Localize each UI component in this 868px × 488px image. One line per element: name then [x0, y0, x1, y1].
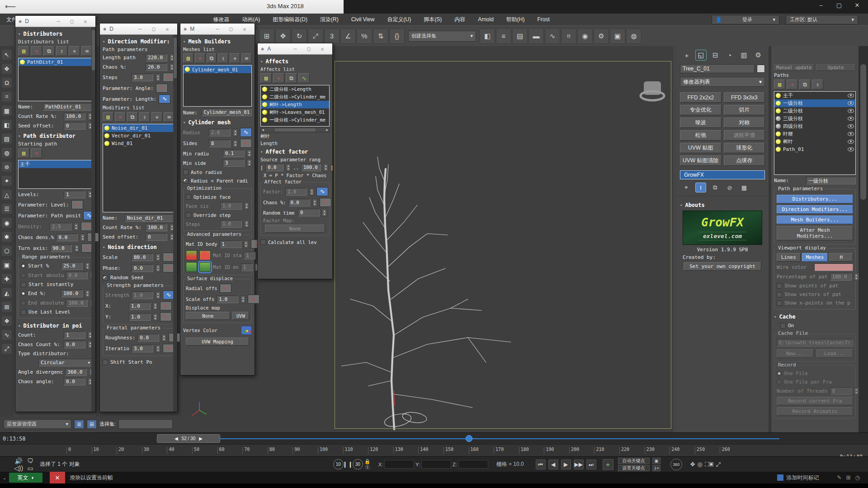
ime-chevron-icon[interactable]: ⌄: [0, 475, 9, 481]
selected-objects-key-icon[interactable]: ▣: [652, 458, 660, 464]
spinner-arrows[interactable]: [156, 264, 160, 272]
spinner-arrows[interactable]: [244, 202, 249, 210]
value-field[interactable]: 360.0: [65, 368, 87, 376]
value-field[interactable]: 0.0: [132, 264, 153, 272]
eye-icon[interactable]: [848, 132, 854, 136]
distributors-list[interactable]: PathDistr_01: [18, 58, 93, 101]
spinner-arrows[interactable]: [247, 150, 252, 157]
affects-hscrollbar[interactable]: ◀▶: [260, 127, 330, 132]
delete-affect-icon[interactable]: ✕: [273, 73, 284, 83]
modifier-button[interactable]: UVW 贴图清除: [680, 155, 722, 166]
material-editor-icon[interactable]: ◉: [577, 28, 593, 44]
value-field[interactable]: 1: [220, 240, 241, 248]
value-field[interactable]: 3.0: [132, 74, 153, 81]
value-field[interactable]: 1.0: [132, 291, 153, 299]
next-frame-icon[interactable]: ▶▶: [574, 460, 584, 469]
zoom-icon[interactable]: ◎: [698, 461, 703, 468]
bulb-icon[interactable]: [776, 124, 781, 129]
update-button[interactable]: Manual update: [774, 64, 814, 71]
menu-item[interactable]: 帮助(H): [500, 14, 531, 25]
instance-item-icon[interactable]: ✳: [230, 53, 240, 63]
mesh-name-field[interactable]: Cylinder_mesh_01: [202, 108, 252, 116]
render-icon[interactable]: ◍: [626, 28, 642, 44]
triangle-icon[interactable]: △: [2, 190, 12, 200]
timeline-handle[interactable]: [466, 435, 472, 442]
modifier-button[interactable]: 对称: [724, 117, 765, 128]
value-field[interactable]: 1.0: [220, 220, 242, 228]
window-crossing-icon[interactable]: ⊞: [259, 28, 274, 44]
value-field[interactable]: 1: [64, 331, 85, 339]
paste-path-icon[interactable]: ⇪: [812, 80, 823, 89]
curve-button[interactable]: ∿: [320, 198, 331, 207]
previous-frame-icon[interactable]: ◀: [548, 460, 558, 469]
list-item[interactable]: 二级分枝->Cylinder_me: [261, 93, 329, 101]
spinner-arrows[interactable]: [244, 240, 249, 248]
link-item-icon[interactable]: ∞: [241, 53, 252, 63]
value-field[interactable]: 8: [830, 387, 852, 395]
value-field[interactable]: 220.0: [146, 54, 167, 61]
bulb-icon[interactable]: [185, 67, 190, 72]
curve-link-icon[interactable]: ∿: [298, 73, 310, 83]
edit-named-selection-sets-icon[interactable]: {}: [389, 28, 405, 44]
minimize-window-icon[interactable]: –: [812, 2, 830, 9]
mat-cap-swatch-2[interactable]: [199, 250, 211, 260]
motion-tab-icon[interactable]: ◔: [724, 50, 736, 61]
radio-button[interactable]: [777, 380, 782, 385]
new-item-icon[interactable]: ▤: [183, 53, 193, 63]
time-slider-track[interactable]: 0:13:58 ◀ 52 / 30 ▶: [0, 432, 868, 444]
meshes-list[interactable]: Cylinder_mesh_01: [183, 65, 252, 107]
spinner-arrows[interactable]: [309, 188, 314, 196]
instance-item-icon[interactable]: ✳: [69, 46, 80, 56]
utilities-tab-icon[interactable]: ⚙: [752, 50, 764, 61]
mat-id-end-field[interactable]: 1: [241, 263, 253, 271]
value-field[interactable]: 0.0: [64, 341, 85, 348]
distributors-window-titlebar[interactable]: ❖ D — ▢ ✕: [15, 16, 95, 27]
select-and-rotate-icon[interactable]: ↻: [292, 28, 307, 44]
spinner-arrows[interactable]: [241, 296, 245, 303]
spinner-arrows[interactable]: [153, 313, 158, 321]
minimize-icon[interactable]: —: [133, 26, 147, 32]
list-item[interactable]: 树叶->Length: [261, 101, 329, 108]
go-to-end-icon[interactable]: ⏭: [586, 460, 596, 469]
noise-direction-rollout-header[interactable]: Noise direction: [102, 242, 175, 252]
panel-nav-button[interactable]: Distributors...: [777, 195, 853, 203]
mesh-window-titlebar[interactable]: ❖ M — ▢ ✕: [180, 23, 255, 35]
y-coordinate-field[interactable]: [421, 460, 451, 469]
curve-button[interactable]: ∿: [156, 84, 168, 93]
ime-language-button[interactable]: 英文 ◗: [9, 473, 42, 483]
copy-path-icon[interactable]: ⧉: [799, 80, 811, 89]
value-field[interactable]: 100.0: [66, 299, 88, 307]
slider-right-arrow-icon[interactable]: ▶: [199, 436, 203, 441]
path-distributor-rollout-header[interactable]: Path distributor: [17, 131, 94, 141]
angle-snap-icon[interactable]: ∠: [340, 28, 356, 44]
curve-button[interactable]: ∿: [240, 139, 252, 148]
spinner-arrows[interactable]: [233, 129, 238, 136]
checkbox[interactable]: [186, 194, 191, 200]
delete-path-icon[interactable]: ✕: [787, 80, 798, 89]
modifier-button[interactable]: UVW 贴图: [680, 143, 722, 153]
bulb-icon[interactable]: [104, 126, 109, 131]
value-field[interactable]: 90.0: [50, 244, 72, 252]
delete-item-icon[interactable]: ✕: [195, 53, 205, 63]
modifier-button[interactable]: 点缓存: [724, 155, 765, 166]
modifier-name-field[interactable]: Noise_dir_01: [125, 214, 175, 222]
modifier-list-dropdown[interactable]: 修改器列表 ▾: [680, 77, 765, 87]
expand-icon[interactable]: ⤢: [2, 344, 12, 354]
modifier-button[interactable]: 松弛: [680, 130, 722, 141]
maximize-viewport-icon[interactable]: ⤢: [716, 461, 720, 468]
spinner-arrows[interactable]: [244, 220, 249, 228]
percent-snap-icon[interactable]: %: [357, 28, 372, 44]
modifier-stack-selected[interactable]: GrowFX: [680, 170, 765, 179]
object-name-field[interactable]: Tree_C_01: [680, 64, 755, 73]
mirror-icon[interactable]: ◧: [480, 28, 495, 44]
spinner-arrows[interactable]: [156, 345, 160, 352]
checkbox[interactable]: [780, 323, 786, 328]
minimize-icon[interactable]: —: [211, 26, 224, 32]
paste-item-icon[interactable]: ⇪: [218, 53, 228, 63]
curve-button[interactable]: ∿: [248, 295, 259, 304]
radio-button[interactable]: [777, 371, 782, 376]
bulb-icon[interactable]: [776, 139, 781, 144]
spinner-arrows[interactable]: [854, 273, 859, 281]
displace-map-none-button[interactable]: None: [186, 312, 230, 320]
value-field[interactable]: 0.1: [223, 150, 245, 157]
